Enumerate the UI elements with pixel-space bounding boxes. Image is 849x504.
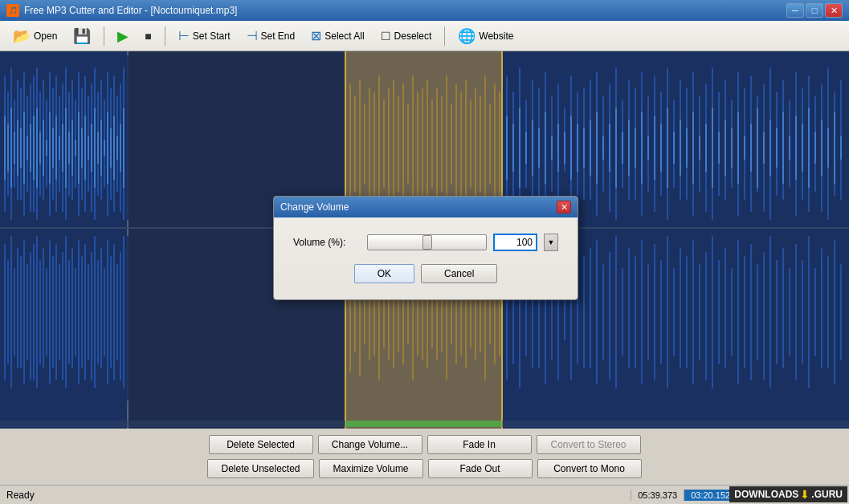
open-icon: 📂 (13, 27, 31, 45)
open-label: Open (34, 30, 57, 42)
change-volume-button[interactable]: Change Volume... (318, 435, 422, 454)
website-button[interactable]: 🌐 Website (451, 25, 520, 47)
volume-label: Volume (%): (293, 237, 357, 248)
set-end-icon: ⊣ (247, 28, 258, 43)
separator-2 (165, 26, 165, 46)
time-1: 03:20.152 (684, 490, 737, 501)
play-icon: ▶ (117, 27, 129, 45)
deselect-icon: ☐ (381, 30, 391, 43)
deselect-label: Deselect (394, 30, 432, 42)
slider-container: ▼ (367, 234, 558, 251)
deselect-button[interactable]: ☐ Deselect (374, 27, 439, 45)
downloads-suffix: .GURU (811, 489, 843, 500)
set-start-icon: ⊢ (178, 28, 190, 43)
separator-3 (444, 26, 445, 46)
dialog-buttons: OK Cancel (293, 264, 558, 283)
title-bar: 🎵 Free MP3 Cutter and Editor - [Noctourn… (0, 0, 849, 21)
toolbar: 📂 Open 💾 ▶ ■ ⊢ Set Start ⊣ Set End ⊠ Sel… (0, 21, 849, 51)
website-icon: 🌐 (458, 27, 476, 45)
open-button[interactable]: 📂 Open (6, 25, 63, 47)
select-all-button[interactable]: ⊠ Select All (304, 26, 370, 46)
set-start-button[interactable]: ⊢ Set Start (172, 26, 237, 46)
volume-slider[interactable] (367, 234, 487, 250)
downloads-label: DOWNLOADS (734, 489, 798, 500)
maximize-volume-button[interactable]: Maximize Volume (319, 459, 423, 478)
separator-1 (104, 26, 104, 46)
minimize-button[interactable]: ─ (786, 3, 804, 18)
dialog-body: Volume (%): ▼ OK Cancel (274, 217, 578, 299)
status-bar: Ready 05:39.373 03:20.152 02:16.601 03:2… (0, 485, 849, 504)
select-all-icon: ⊠ (311, 28, 321, 43)
set-end-label: Set End (261, 30, 296, 42)
bottom-buttons: Delete Selected Change Volume... Fade In… (0, 429, 849, 485)
downloads-icon: ⬇ (800, 488, 810, 501)
stop-button[interactable]: ■ (138, 27, 157, 45)
button-row-1: Delete Selected Change Volume... Fade In… (13, 435, 836, 454)
save-button[interactable]: 💾 (67, 25, 97, 47)
convert-to-mono-button[interactable]: Convert to Mono (537, 459, 642, 478)
status-text: Ready (6, 490, 35, 501)
waveform-area[interactable]: Change Volume ✕ Volume (%): ▼ OK (0, 51, 849, 429)
set-end-button[interactable]: ⊣ Set End (240, 26, 302, 46)
website-label: Website (479, 30, 513, 42)
change-volume-dialog: Change Volume ✕ Volume (%): ▼ OK (273, 196, 578, 300)
modal-overlay: Change Volume ✕ Volume (%): ▼ OK (0, 51, 849, 429)
restore-button[interactable]: □ (806, 3, 823, 18)
window-controls: ─ □ ✕ (786, 3, 843, 18)
delete-unselected-button[interactable]: Delete Unselected (207, 459, 313, 478)
dialog-close-button[interactable]: ✕ (557, 201, 571, 213)
volume-dropdown-button[interactable]: ▼ (544, 234, 558, 251)
volume-field: Volume (%): ▼ (293, 234, 558, 251)
cancel-button[interactable]: Cancel (421, 264, 497, 283)
fade-out-button[interactable]: Fade Out (428, 459, 533, 478)
set-start-label: Set Start (193, 30, 231, 42)
button-row-2: Delete Unselected Maximize Volume Fade O… (13, 459, 836, 478)
save-icon: 💾 (73, 27, 91, 45)
play-button[interactable]: ▶ (111, 25, 135, 47)
dialog-title: Change Volume (280, 201, 349, 213)
ok-button[interactable]: OK (354, 264, 414, 283)
window-title: Free MP3 Cutter and Editor - [Noctourniq… (24, 5, 237, 16)
close-button[interactable]: ✕ (825, 3, 843, 18)
app-icon: 🎵 (6, 4, 19, 17)
select-all-label: Select All (324, 30, 364, 42)
stop-icon: ■ (145, 30, 151, 43)
volume-value-input[interactable] (493, 234, 537, 251)
fade-in-button[interactable]: Fade In (427, 435, 532, 454)
delete-selected-button[interactable]: Delete Selected (209, 435, 313, 454)
total-time: 05:39.373 (631, 490, 684, 501)
downloads-badge: DOWNLOADS ⬇ .GURU (729, 486, 847, 502)
convert-to-stereo-button[interactable]: Convert to Stereo (537, 435, 641, 454)
dialog-titlebar: Change Volume ✕ (274, 197, 578, 217)
